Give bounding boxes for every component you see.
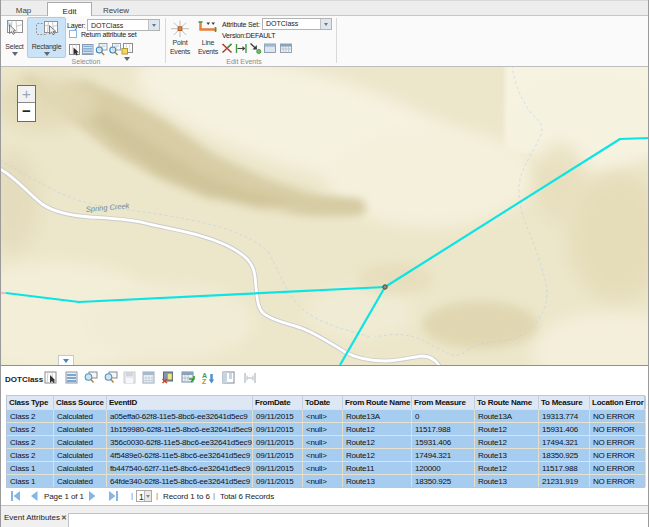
svg-text:Z: Z [202,378,207,385]
